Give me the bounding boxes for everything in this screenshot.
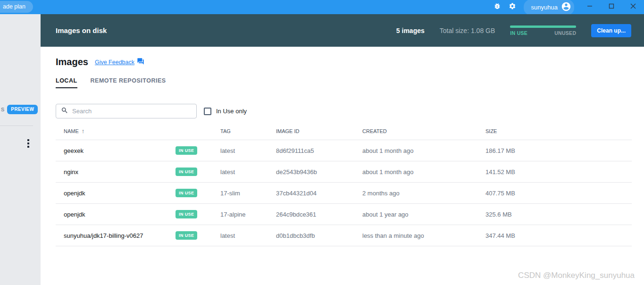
page-title-row: Images Give Feedback [56,57,632,67]
image-name: openjdk [64,190,176,197]
column-header-name[interactable]: NAME ↑ [56,127,220,134]
image-tag: latest [220,168,276,176]
column-header-created[interactable]: CREATED [362,128,485,134]
image-tag: latest [220,147,276,154]
give-feedback-label: Give Feedback [95,59,134,66]
image-tag: latest [220,232,276,239]
close-button[interactable] [622,0,644,14]
image-id: 8d6f29111ca5 [276,147,362,154]
image-name: geexek [64,147,176,154]
in-use-only-checkbox[interactable] [204,108,211,115]
kebab-icon [27,139,29,141]
user-account-button[interactable]: sunyuhua [524,0,574,14]
image-size: 141.52 MB [485,168,632,176]
image-id: 264c9bdce361 [276,211,362,218]
table-header-row: NAME ↑ TAG IMAGE ID CREATED SIZE [56,122,632,140]
image-created: 2 months ago [362,190,485,197]
in-use-badge: IN USE [176,210,197,218]
preview-badge: PREVIEW [7,105,38,114]
table-row[interactable]: geexek IN USE latest 8d6f29111ca5 about … [56,140,632,161]
watermark-text: CSDN @MonkeyKing_sunyuhua [518,271,635,280]
image-created: about 1 month ago [362,168,485,176]
image-id: 37cb44321d04 [276,190,362,197]
image-count: 5 images [396,27,425,34]
image-size: 186.17 MB [485,147,632,154]
column-header-tag[interactable]: TAG [220,128,276,134]
search-input[interactable] [72,108,192,115]
sidebar-item-preview[interactable]: S PREVIEW [0,105,41,114]
summary-title: Images on disk [56,26,107,34]
in-use-only-filter: In Use only [204,108,247,115]
in-use-only-label[interactable]: In Use only [216,108,247,115]
give-feedback-link[interactable]: Give Feedback [95,58,144,67]
feedback-chat-icon [137,58,144,67]
image-created: about 1 month ago [362,147,485,154]
in-use-label: IN USE [510,30,527,36]
settings-button[interactable] [505,0,520,14]
image-id: d0b1dbcb3dfb [276,232,362,239]
clean-up-button[interactable]: Clean up... [591,24,631,37]
image-name: openjdk [64,211,176,218]
bug-report-button[interactable] [490,0,505,14]
titlebar-right-cluster: sunyuhua [490,0,644,14]
column-header-size[interactable]: SIZE [485,128,632,134]
main-column: Images on disk 5 images Total size: 1.08… [41,14,644,285]
more-options-button[interactable] [25,138,31,149]
titlebar: ade plan sunyuhua [0,0,644,14]
image-created: less than a minute ago [362,232,485,239]
image-size: 325.6 MB [485,211,632,218]
table-row[interactable]: nginx IN USE latest de2543b9436b about 1… [56,161,632,183]
usage-bar [510,25,576,28]
close-icon [630,3,636,11]
image-size: 347.44 MB [485,232,632,239]
image-tag: 17-alpine [220,211,276,218]
in-use-badge: IN USE [176,231,197,240]
search-box [56,104,197,118]
maximize-button[interactable] [601,0,622,14]
filter-controls: In Use only [56,104,632,118]
user-name: sunyuhua [531,4,558,11]
tab-local[interactable]: LOCAL [56,77,77,88]
total-size: Total size: 1.08 GB [440,27,495,34]
tab-remote-repositories[interactable]: REMOTE REPOSITORIES [91,77,166,88]
person-circle-icon [561,1,571,13]
image-tag: 17-slim [220,190,276,197]
upgrade-plan-button[interactable]: ade plan [0,1,33,13]
tab-bar: LOCAL REMOTE REPOSITORIES [56,77,632,88]
summary-right-cluster: 5 images Total size: 1.08 GB IN USE UNUS… [396,24,631,37]
bug-icon [493,2,501,12]
table-row[interactable]: openjdk IN USE 17-slim 37cb44321d04 2 mo… [56,183,632,204]
usage-meter: IN USE UNUSED [510,25,576,36]
sidebar-item-label: S [1,107,4,112]
image-size: 407.75 MB [485,190,632,197]
image-id: de2543b9436b [276,168,362,176]
image-name: sunyuhua/jdk17-billing-v0627 [64,232,176,239]
image-name: nginx [64,168,176,176]
images-table: NAME ↑ TAG IMAGE ID CREATED SIZE geexek … [56,122,632,246]
window-controls [579,0,644,14]
in-use-badge: IN USE [176,146,197,155]
images-summary-header: Images on disk 5 images Total size: 1.08… [41,14,644,47]
page-title: Images [56,57,88,67]
minimize-icon [586,3,593,11]
minimize-button[interactable] [579,0,601,14]
images-content: Images Give Feedback LOCAL REMOTE REPOSI… [41,47,644,285]
unused-label: UNUSED [554,30,576,36]
sidebar: S PREVIEW [0,14,41,285]
maximize-icon [608,3,615,11]
in-use-badge: IN USE [176,189,197,197]
table-row[interactable]: sunyuhua/jdk17-billing-v0627 IN USE late… [56,225,632,246]
search-icon [61,107,68,116]
column-header-image-id[interactable]: IMAGE ID [276,128,362,134]
image-created: about 1 year ago [362,211,485,218]
table-row[interactable]: openjdk IN USE 17-alpine 264c9bdce361 ab… [56,204,632,225]
sort-ascending-icon: ↑ [82,127,85,134]
sidebar-divider [0,126,33,126]
app-shell: S PREVIEW Images on disk 5 images Total … [0,14,644,285]
gear-icon [509,2,516,12]
in-use-badge: IN USE [176,168,197,176]
